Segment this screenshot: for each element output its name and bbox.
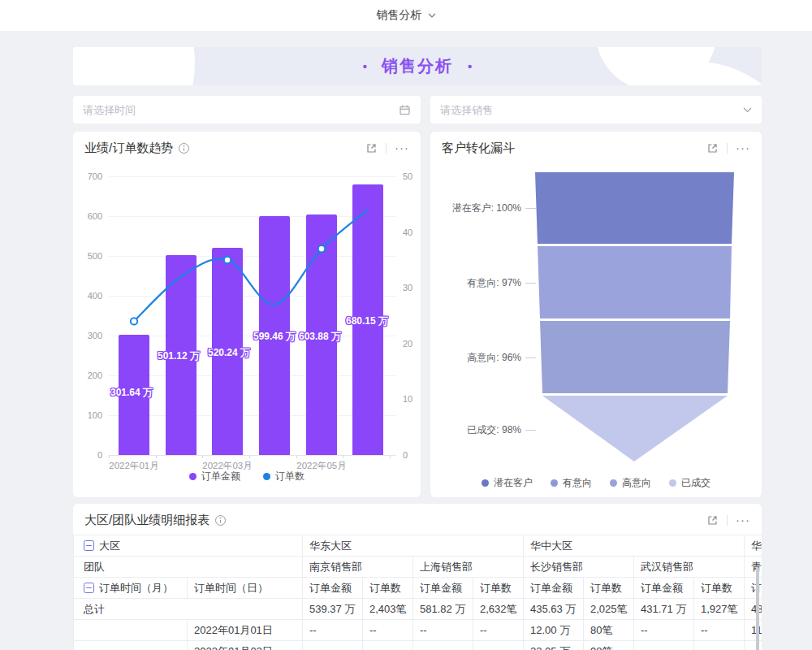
funnel-segment[interactable] [538, 246, 732, 318]
bar-value-label: 520.24 万 [208, 346, 250, 360]
y-axis-left-tick: 400 [78, 291, 102, 301]
value-cell [694, 641, 745, 650]
legend-label: 有意向 [563, 476, 592, 490]
export-icon[interactable] [706, 142, 719, 154]
page-title: 销售分析 [377, 8, 422, 23]
funnel-segment[interactable] [535, 172, 734, 244]
collapse-icon[interactable] [84, 540, 94, 551]
trend-card-title: 业绩/订单数趋势 [84, 141, 190, 156]
day-column-header: 订单时间（日） [188, 578, 303, 599]
funnel-segment[interactable] [542, 396, 728, 462]
legend-dot-icon [482, 479, 489, 487]
table-card-title-text: 大区/团队业绩明细报表 [84, 513, 209, 528]
collapse-icon[interactable] [84, 583, 94, 593]
value-cell: 1,927笔 [694, 599, 745, 620]
funnel-card-header: 客户转化漏斗 ··· [430, 132, 762, 164]
value-cell: 2,632笔 [473, 599, 524, 620]
legend-label: 已成交 [681, 476, 710, 490]
trend-card-title-text: 业绩/订单数趋势 [84, 141, 173, 156]
legend-label: 订单数 [275, 470, 304, 483]
chevron-down-icon [428, 13, 436, 18]
day-cell: 2022年01月02日 [188, 641, 303, 650]
sales-filter[interactable] [430, 96, 762, 124]
legend-item[interactable]: 已成交 [669, 476, 710, 490]
funnel-segment[interactable] [540, 321, 730, 393]
more-menu-button[interactable]: ··· [395, 145, 409, 151]
day-cell: 2022年01月01日 [188, 620, 303, 641]
value-cell: -- [694, 620, 745, 641]
actions-divider [386, 143, 387, 154]
funnel-shape [430, 132, 762, 497]
legend-item[interactable]: 订单数 [263, 470, 304, 483]
y-axis-right-tick: 10 [403, 394, 425, 404]
x-axis-tick [296, 455, 297, 458]
y-axis-left-tick: 200 [78, 370, 102, 380]
funnel-stage-label: 已成交: 98% [467, 423, 536, 437]
bar-value-label: 301.64 万 [110, 386, 153, 400]
funnel-label-connector [525, 358, 536, 358]
x-axis-tick [343, 455, 343, 458]
info-icon[interactable] [214, 514, 227, 526]
funnel-stage-label: 潜在客户: 100% [452, 202, 536, 215]
x-axis-tick [156, 455, 157, 458]
y-axis-right-tick: 40 [403, 228, 425, 237]
funnel-legend: 潜在客户有意向高意向已成交 [430, 476, 762, 490]
legend-item[interactable]: 潜在客户 [482, 476, 533, 490]
report-table-card: 大区/团队业绩明细报表 ··· 大区华东大区华中大区华北大团队南京销售部上海销售… [73, 504, 762, 650]
more-menu-button[interactable]: ··· [736, 517, 750, 523]
legend-label: 订单金额 [201, 470, 240, 483]
banner-decor-circle [73, 47, 195, 85]
report-table: 大区华东大区华中大区华北大团队南京销售部上海销售部长沙销售部武汉销售部青岛销订单… [73, 535, 762, 650]
banner-title-text: 销售分析 [382, 55, 453, 77]
more-menu-button[interactable]: ··· [736, 145, 750, 151]
table-card-header: 大区/团队业绩明细报表 ··· [73, 504, 762, 536]
team-name-cell: 上海销售部 [413, 557, 524, 578]
value-cell: 80笔 [584, 620, 634, 641]
legend-item[interactable]: 高意向 [610, 476, 651, 490]
legend-item[interactable]: 有意向 [551, 476, 592, 490]
value-cell: 12.00 万 [524, 620, 584, 641]
y-axis-right-tick: 0 [403, 450, 425, 460]
funnel-label-connector [525, 283, 536, 284]
value-cell: -- [303, 620, 363, 641]
banner-bullet: • [468, 59, 472, 73]
funnel-stage-label: 高意向: 96% [467, 351, 536, 365]
metric-column-header: 订单数 [584, 578, 634, 599]
region-name-cell: 华东大区 [303, 535, 524, 557]
page-title-dropdown[interactable]: 销售分析 [377, 8, 436, 23]
time-filter[interactable] [73, 96, 421, 124]
sales-filter-input[interactable] [440, 104, 743, 116]
month-cell [74, 641, 188, 650]
bar-value-label: 599.46 万 [253, 330, 296, 344]
trend-card-actions: ··· [365, 142, 409, 154]
funnel-stage-label-text: 已成交: 98% [467, 423, 521, 437]
legend-item[interactable]: 订单金额 [189, 470, 240, 483]
value-cell: 581.82 万 [413, 599, 473, 620]
info-icon[interactable] [178, 142, 190, 154]
bar-value-label: 680.15 万 [346, 314, 388, 328]
value-cell: 431.71 万 [634, 599, 694, 620]
bar-value-label: 603.88 万 [299, 330, 341, 344]
value-cell [363, 641, 413, 650]
x-axis-tick [109, 455, 110, 458]
metric-column-header: 订单金额 [634, 578, 694, 599]
value-cell: 2,025笔 [584, 599, 634, 620]
funnel-chart-card: 客户转化漏斗 ··· 潜在客户: 100%有意向: 97%高意向: 96%已成交… [430, 132, 762, 497]
value-cell [634, 641, 694, 650]
time-filter-input[interactable] [83, 104, 399, 116]
banner: • 销售分析 • [73, 47, 762, 85]
funnel-label-connector [525, 430, 536, 431]
export-icon[interactable] [706, 514, 719, 526]
bar-value-label: 501.12 万 [158, 349, 200, 363]
table-vertical-scrollbar[interactable] [756, 567, 759, 650]
banner-title: • 销售分析 • [363, 55, 473, 77]
x-axis-tick [390, 455, 391, 458]
y-axis-left-tick: 600 [78, 211, 102, 221]
region-name-cell: 华中大区 [524, 535, 745, 557]
export-icon[interactable] [365, 142, 378, 154]
legend-dot-icon [189, 473, 197, 480]
funnel-card-title-text: 客户转化漏斗 [442, 141, 515, 156]
metric-column-header: 订单金额 [303, 578, 363, 599]
table-row: 2022年01月02日23.05 万98笔 [74, 641, 762, 650]
y-axis-left-tick: 500 [78, 251, 102, 261]
